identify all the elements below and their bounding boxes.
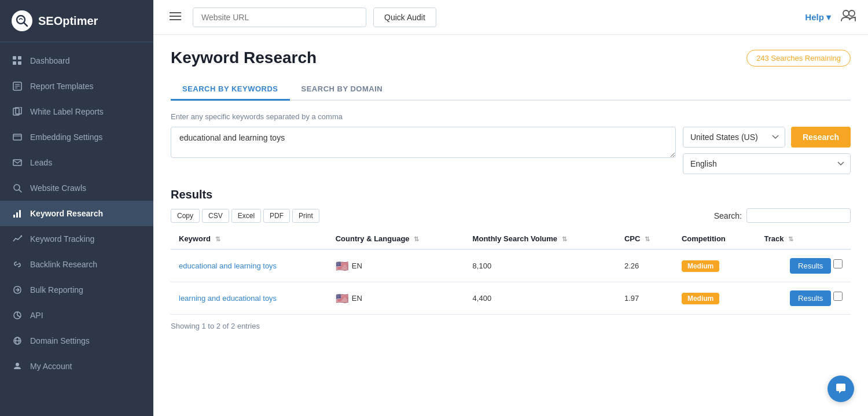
excel-button[interactable]: Excel <box>231 209 261 223</box>
svg-point-34 <box>849 10 855 16</box>
table-export-buttons: Copy CSV Excel PDF Print <box>171 209 319 223</box>
page-title: Keyword Research <box>171 49 317 67</box>
results-button[interactable]: Results <box>790 258 831 274</box>
sort-icon: ⇅ <box>645 235 650 242</box>
research-button[interactable]: Research <box>791 127 851 148</box>
language-select[interactable]: English Spanish French <box>683 153 851 174</box>
col-competition: Competition <box>674 229 756 249</box>
topbar: Quick Audit Help ▾ <box>153 0 868 35</box>
sidebar-item-label: Website Crawls <box>30 183 86 193</box>
competition-badge: Medium <box>682 260 719 272</box>
svg-rect-18 <box>16 212 18 218</box>
sidebar-item-white-label[interactable]: White Label Reports <box>0 99 153 124</box>
quick-audit-button[interactable]: Quick Audit <box>373 8 436 27</box>
keyword-link[interactable]: learning and educational toys <box>179 294 277 303</box>
track-checkbox[interactable] <box>833 292 843 301</box>
keyword-input[interactable]: educational and learning toys <box>171 127 676 158</box>
api-icon <box>12 310 23 321</box>
svg-rect-12 <box>13 134 21 140</box>
domain-settings-icon <box>12 335 23 347</box>
sidebar-item-label: Keyword Research <box>30 209 103 218</box>
page-content: Keyword Research 243 Searches Remaining … <box>153 35 868 416</box>
table-search-input[interactable] <box>746 208 851 223</box>
tab-by-keywords[interactable]: SEARCH BY KEYWORDS <box>171 79 290 101</box>
svg-line-25 <box>17 315 20 317</box>
svg-point-33 <box>843 10 849 16</box>
bulk-reporting-icon <box>12 284 23 296</box>
country-research-row: United States (US) United Kingdom (UK) C… <box>683 127 851 148</box>
svg-line-16 <box>19 190 21 192</box>
track-checkbox[interactable] <box>833 259 843 268</box>
results-button[interactable]: Results <box>790 290 831 306</box>
col-country-language: Country & Language ⇅ <box>328 229 465 249</box>
sidebar-item-keyword-tracking[interactable]: Keyword Tracking <box>0 226 153 252</box>
col-track: Track ⇅ <box>756 229 851 249</box>
cpc-cell: 1.97 <box>616 282 674 315</box>
url-input[interactable] <box>193 8 366 27</box>
users-icon[interactable] <box>840 9 856 25</box>
track-cell: Results <box>756 249 851 282</box>
backlink-icon <box>12 259 23 270</box>
table-search: Search: <box>714 208 851 223</box>
copy-button[interactable]: Copy <box>171 209 200 223</box>
sidebar-item-bulk-reporting[interactable]: Bulk Reporting <box>0 277 153 303</box>
report-templates-icon <box>12 80 23 92</box>
my-account-icon <box>12 360 23 372</box>
app-name: SEOptimer <box>38 14 98 28</box>
main-area: Quick Audit Help ▾ Keyword Research 243 … <box>153 0 868 416</box>
searches-remaining-badge: 243 Searches Remaining <box>746 50 851 67</box>
keyword-cell: learning and educational toys <box>171 282 328 315</box>
sidebar-item-my-account[interactable]: My Account <box>0 354 153 379</box>
results-table: Keyword ⇅ Country & Language ⇅ Monthly S… <box>171 229 851 315</box>
sidebar-item-report-templates[interactable]: Report Templates <box>0 73 153 99</box>
sort-icon: ⇅ <box>788 235 793 242</box>
logo-icon <box>12 10 32 31</box>
search-hint: Enter any specific keywords separated by… <box>171 112 851 121</box>
competition-badge: Medium <box>682 293 719 304</box>
country-language-cell: 🇺🇸 EN <box>328 282 465 315</box>
svg-rect-5 <box>18 61 21 65</box>
table-row: learning and educational toys 🇺🇸 EN 4,40… <box>171 282 851 315</box>
svg-point-29 <box>16 363 19 366</box>
competition-cell: Medium <box>674 282 756 315</box>
topbar-right: Help ▾ <box>805 9 856 25</box>
sidebar-item-website-crawls[interactable]: Website Crawls <box>0 175 153 201</box>
flag-icon: 🇺🇸 <box>336 260 348 273</box>
table-row: educational and learning toys 🇺🇸 EN 8,10… <box>171 249 851 282</box>
print-button[interactable]: Print <box>292 209 319 223</box>
chat-bubble[interactable] <box>827 375 854 402</box>
csv-button[interactable]: CSV <box>202 209 229 223</box>
sidebar-item-dashboard[interactable]: Dashboard <box>0 48 153 73</box>
keyword-tracking-icon <box>12 233 23 245</box>
tab-by-domain[interactable]: SEARCH BY DOMAIN <box>290 79 395 101</box>
sidebar-item-leads[interactable]: Leads <box>0 150 153 175</box>
country-language-cell: 🇺🇸 EN <box>328 249 465 282</box>
sidebar-item-label: Dashboard <box>30 56 70 65</box>
sidebar-item-embedding[interactable]: Embedding Settings <box>0 124 153 150</box>
sidebar-item-keyword-research[interactable]: Keyword Research <box>0 201 153 226</box>
cpc-cell: 2.26 <box>616 249 674 282</box>
sidebar-item-label: Leads <box>30 158 52 167</box>
sidebar-item-api[interactable]: API <box>0 303 153 328</box>
table-actions: Copy CSV Excel PDF Print Search: <box>171 208 851 223</box>
search-tabs: SEARCH BY KEYWORDS SEARCH BY DOMAIN <box>171 79 851 101</box>
volume-cell: 8,100 <box>465 249 616 282</box>
sidebar: SEOptimer Dashboard Report <box>0 0 153 416</box>
competition-cell: Medium <box>674 249 756 282</box>
sidebar-item-domain-settings[interactable]: Domain Settings <box>0 328 153 354</box>
sidebar-item-backlink-research[interactable]: Backlink Research <box>0 252 153 277</box>
sidebar-item-label: Keyword Tracking <box>30 234 94 244</box>
pdf-button[interactable]: PDF <box>263 209 290 223</box>
svg-rect-3 <box>18 56 21 60</box>
sort-icon: ⇅ <box>414 235 419 242</box>
keyword-link[interactable]: educational and learning toys <box>179 262 277 270</box>
country-select[interactable]: United States (US) United Kingdom (UK) C… <box>683 127 785 148</box>
white-label-icon <box>12 106 23 117</box>
menu-button[interactable] <box>165 8 186 26</box>
dashboard-icon <box>12 55 23 67</box>
track-cell: Results <box>756 282 851 315</box>
sort-icon: ⇅ <box>215 235 220 242</box>
search-row: educational and learning toys United Sta… <box>171 127 851 174</box>
help-button[interactable]: Help ▾ <box>805 12 831 23</box>
sort-icon: ⇅ <box>562 235 567 242</box>
